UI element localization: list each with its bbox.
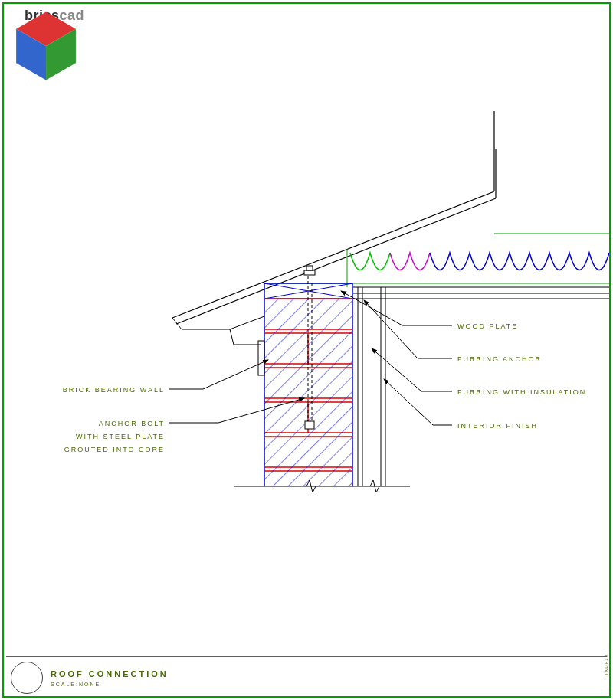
- label-anchor-bolt-line3: GROUTED INTO CORE: [61, 443, 165, 456]
- label-anchor-bolt-line2: WITH STEEL PLATE: [61, 430, 165, 443]
- svg-rect-42: [306, 266, 313, 270]
- label-wood-plate: WOOD PLATE: [457, 320, 518, 333]
- drawing-canvas: WOOD PLATE FURRING ANCHOR FURRING WITH I…: [4, 27, 609, 654]
- label-anchor-bolt: ANCHOR BOLT WITH STEEL PLATE GROUTED INT…: [61, 417, 165, 456]
- svg-line-16: [230, 329, 234, 345]
- drawing-title: ROOF CONNECTION: [51, 669, 169, 679]
- label-furring-insulation: FURRING WITH INSULATION: [457, 386, 586, 399]
- drawing-scale: SCALE:NONE: [51, 682, 169, 687]
- title-block: ROOF CONNECTION SCALE:NONE: [6, 656, 607, 694]
- svg-rect-43: [305, 421, 314, 429]
- label-anchor-bolt-line1: ANCHOR BOLT: [61, 417, 165, 430]
- svg-line-13: [172, 318, 182, 329]
- svg-rect-41: [304, 270, 315, 275]
- drawing-id-label: TKDF10: [604, 654, 608, 675]
- cad-drawing: [4, 27, 609, 655]
- label-furring-anchor: FURRING ANCHOR: [457, 353, 542, 366]
- svg-line-15: [230, 316, 264, 329]
- label-brick-wall: BRICK BEARING WALL: [61, 384, 165, 397]
- svg-rect-49: [258, 341, 264, 375]
- label-interior-finish: INTERIOR FINISH: [457, 420, 538, 433]
- header: bricscad: [8, 8, 84, 24]
- detail-marker-circle: [11, 662, 43, 694]
- bricscad-logo-icon: [8, 9, 21, 23]
